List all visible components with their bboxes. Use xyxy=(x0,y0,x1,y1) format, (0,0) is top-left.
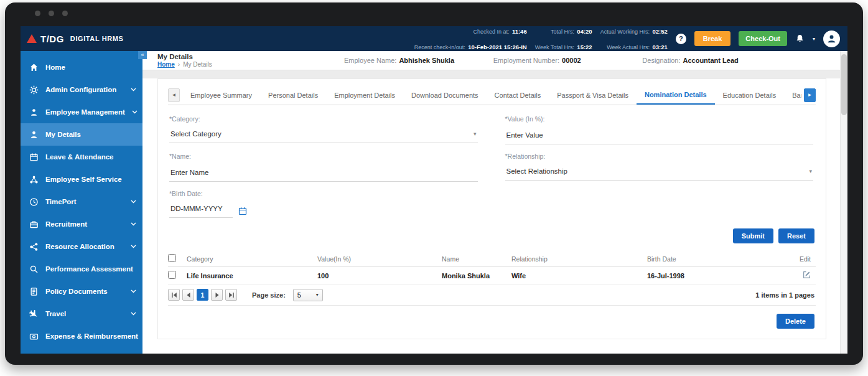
sidebar-collapse-button[interactable]: « xyxy=(138,51,147,59)
header-right: Checked In at: 11:46 Recent check-in/out… xyxy=(414,26,840,54)
actual-working-hrs-label: Actual Working Hrs: xyxy=(600,29,650,35)
category-select[interactable]: Select Category ▾ xyxy=(169,129,478,143)
actual-working-hrs-value: 02:52 xyxy=(652,28,667,35)
check-out-button[interactable]: Check-Out xyxy=(739,31,787,46)
value-field: *Value (In %): xyxy=(505,115,814,144)
tab-passport-visa-details[interactable]: Passport & Visa Details xyxy=(549,85,637,105)
app-window: T/DG DIGITAL HRMS Checked In at: 11:46 R… xyxy=(5,2,863,365)
sidebar-item-label: Home xyxy=(45,63,65,71)
sidebar-item-label: Resource Allocation xyxy=(45,243,114,250)
cell-name: Monika Shukla xyxy=(442,272,511,280)
tab-employee-summary[interactable]: Employee Summary xyxy=(182,85,260,105)
tab-contact-details[interactable]: Contact Details xyxy=(487,85,549,105)
sidebar-item-travel[interactable]: Travel xyxy=(21,303,142,325)
gear-icon xyxy=(29,85,39,95)
value-input[interactable] xyxy=(505,130,814,144)
sidebar-item-employee-self-service[interactable]: Employee Self Service xyxy=(21,168,142,190)
cell-value: 100 xyxy=(317,272,442,280)
sidebar-item-resource-allocation[interactable]: Resource Allocation xyxy=(21,235,142,258)
relationship-selected-value: Select Relationship xyxy=(506,167,567,175)
pagination-first-button[interactable] xyxy=(168,289,180,301)
column-birth-date: Birth Date xyxy=(647,255,775,263)
category-label: *Category: xyxy=(169,115,478,123)
pagination-next-button[interactable] xyxy=(211,289,223,301)
select-all-checkbox[interactable] xyxy=(168,254,176,262)
tab-nomination-details[interactable]: Nomination Details xyxy=(637,85,715,105)
sidebar-item-admin-configuration[interactable]: Admin Configuration xyxy=(21,78,142,101)
breadcrumb-home-link[interactable]: Home xyxy=(157,61,175,68)
pagination-prev-button[interactable] xyxy=(182,289,194,301)
sidebar-item-my-details[interactable]: My Details xyxy=(21,123,142,146)
chevron-down-icon: ▾ xyxy=(316,292,319,298)
page-size-select[interactable]: 5 ▾ xyxy=(293,289,323,301)
tabs-scroll-left-button[interactable]: ◄ xyxy=(168,88,180,102)
total-hrs-value: 04:20 xyxy=(577,28,592,35)
top-header: T/DG DIGITAL HRMS Checked In at: 11:46 R… xyxy=(21,26,847,51)
break-button[interactable]: Break xyxy=(694,31,731,46)
sidebar-nav: Home Admin Configuration Employee Manage… xyxy=(21,51,142,354)
vertical-scrollbar[interactable] xyxy=(840,51,847,354)
sidebar-item-employee-management[interactable]: Employee Management xyxy=(21,101,142,123)
window-control-dot[interactable] xyxy=(49,11,54,16)
sidebar-item-home[interactable]: Home xyxy=(21,56,142,78)
delete-button[interactable]: Delete xyxy=(777,314,814,329)
money-icon xyxy=(29,332,39,341)
sidebar-item-label: My Details xyxy=(45,131,81,138)
employment-number-label: Employment Number: xyxy=(493,57,559,64)
name-input[interactable] xyxy=(169,167,478,182)
employee-info-bar: Employee Name:Abhishek Shukla Employment… xyxy=(344,57,791,64)
notification-bell-icon[interactable] xyxy=(795,34,805,44)
actual-hrs-stats: Actual Working Hrs: 02:52 Week Actual Hr… xyxy=(600,26,668,54)
page-size-value: 5 xyxy=(297,291,301,299)
chevron-down-icon xyxy=(131,312,136,316)
sidebar-item-label: Leave & Attendance xyxy=(45,153,114,161)
details-card: ◄ Employee Summary Personal Details Empl… xyxy=(157,78,826,339)
page-size-label: Page size: xyxy=(252,291,286,299)
week-actual-hrs-value: 03:21 xyxy=(652,44,667,50)
birth-date-input[interactable] xyxy=(169,204,233,218)
share-nodes-icon xyxy=(29,242,39,251)
profile-menu-caret-icon[interactable]: ▾ xyxy=(813,36,815,42)
user-avatar[interactable] xyxy=(823,31,840,47)
pagination-page-1-button[interactable]: 1 xyxy=(197,289,208,301)
checkin-stats: Checked In at: 11:46 Recent check-in/out… xyxy=(414,26,527,54)
tab-personal-details[interactable]: Personal Details xyxy=(260,85,326,105)
calendar-picker-icon[interactable] xyxy=(238,207,247,218)
pagination-last-button[interactable] xyxy=(225,289,237,301)
sidebar-item-policy-documents[interactable]: Policy Documents xyxy=(21,280,142,303)
window-control-dot[interactable] xyxy=(62,11,68,16)
tab-bank-details[interactable]: Bank Details xyxy=(784,85,801,105)
sidebar-item-expense-reimbursement[interactable]: Expense & Reimbursement xyxy=(21,325,142,347)
submit-button[interactable]: Submit xyxy=(733,228,773,243)
logo-text: T/DG xyxy=(40,34,64,44)
tab-employment-details[interactable]: Employment Details xyxy=(326,85,403,105)
tabs-scroll-right-button[interactable]: ► xyxy=(804,88,816,102)
row-checkbox[interactable] xyxy=(168,271,176,279)
scrollbar-thumb[interactable] xyxy=(841,54,847,115)
screen: T/DG DIGITAL HRMS Checked In at: 11:46 R… xyxy=(0,0,868,376)
tab-education-details[interactable]: Education Details xyxy=(715,85,785,105)
relationship-select[interactable]: Select Relationship ▾ xyxy=(505,166,814,181)
help-icon[interactable]: ? xyxy=(676,34,686,44)
briefcase-icon xyxy=(29,220,39,229)
chevron-down-icon xyxy=(131,245,136,248)
sidebar-item-timeport[interactable]: TimePort xyxy=(21,190,142,213)
value-label: *Value (In %): xyxy=(505,115,814,123)
sidebar-item-label: Employee Management xyxy=(45,108,125,116)
edit-row-icon[interactable] xyxy=(803,271,811,279)
breadcrumb: My Details Home › My Details xyxy=(157,53,344,68)
document-icon xyxy=(29,287,39,296)
sidebar-item-performance-assessment[interactable]: Performance Assessment xyxy=(21,258,142,280)
checked-in-value: 11:46 xyxy=(512,28,527,35)
tab-download-documents[interactable]: Download Documents xyxy=(403,85,487,105)
sidebar-item-leave-attendance[interactable]: Leave & Attendance xyxy=(21,146,142,168)
sidebar-item-recruitment[interactable]: Recruitment xyxy=(21,213,142,235)
designation-value: Accountant Lead xyxy=(683,57,739,64)
tab-strip: Employee Summary Personal Details Employ… xyxy=(182,85,801,105)
window-control-dot[interactable] xyxy=(35,11,40,16)
category-field: *Category: Select Category ▾ xyxy=(169,115,478,144)
designation-field: Designation:Accountant Lead xyxy=(642,57,791,64)
total-hrs-stats: Total Hrs: 04:20 Week Total Hrs: 15:22 xyxy=(535,26,592,54)
reset-button[interactable]: Reset xyxy=(778,228,814,243)
employee-badge-icon xyxy=(29,108,39,117)
